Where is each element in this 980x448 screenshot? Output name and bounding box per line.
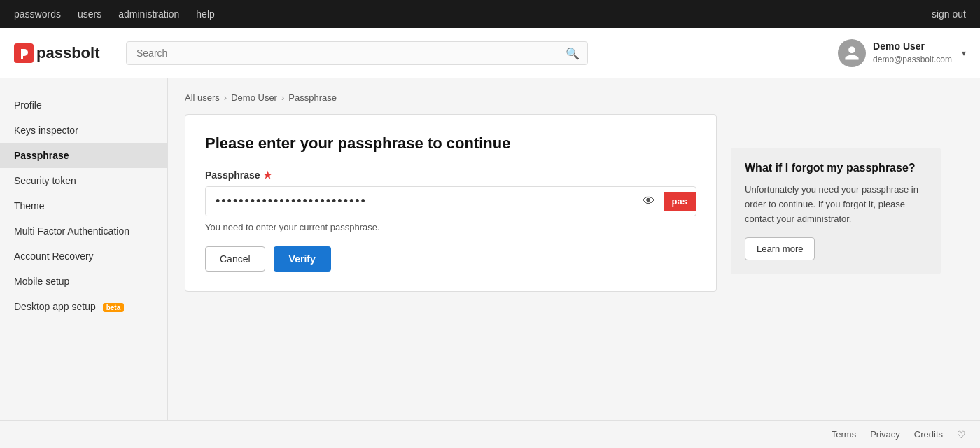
sidebar-item-passphrase[interactable]: Passphrase xyxy=(0,143,167,168)
nav-users[interactable]: users xyxy=(78,8,102,20)
main-layout: Profile Keys inspector Passphrase Securi… xyxy=(0,78,980,420)
passphrase-field-row: 👁 pas xyxy=(205,186,696,216)
breadcrumb-sep-1: › xyxy=(224,92,227,103)
logo-text: passbolt xyxy=(36,44,99,62)
sidebar-item-desktop-app-setup[interactable]: Desktop app setup beta xyxy=(0,294,167,319)
footer-privacy[interactable]: Privacy xyxy=(870,429,900,440)
eye-icon[interactable]: 👁 xyxy=(634,194,664,209)
learn-more-button[interactable]: Learn more xyxy=(745,237,815,260)
user-menu[interactable]: Demo User demo@passbolt.com ▾ xyxy=(838,39,966,67)
search-bar: 🔍 xyxy=(126,41,588,65)
search-icon: 🔍 xyxy=(566,46,580,59)
form-actions: Cancel Verify xyxy=(205,246,696,272)
info-side-panel: What if I forgot my passphrase? Unfortun… xyxy=(731,114,941,274)
info-title: What if I forgot my passphrase? xyxy=(745,162,927,174)
verify-button[interactable]: Verify xyxy=(274,246,331,272)
sidebar-item-security-token[interactable]: Security token xyxy=(0,168,167,193)
beta-badge: beta xyxy=(103,303,125,312)
breadcrumb-all-users[interactable]: All users xyxy=(185,92,220,103)
breadcrumb: All users › Demo User › Passphrase xyxy=(185,92,963,103)
card-title: Please enter your passphrase to continue xyxy=(205,134,696,153)
footer: Terms Privacy Credits ♡ xyxy=(0,420,980,448)
breadcrumb-passphrase: Passphrase xyxy=(288,92,337,103)
cancel-button[interactable]: Cancel xyxy=(205,246,265,272)
breadcrumb-demo-user[interactable]: Demo User xyxy=(231,92,277,103)
content-body: Please enter your passphrase to continue… xyxy=(185,114,963,292)
top-navigation: passwords users administration help sign… xyxy=(0,0,980,28)
content-area: All users › Demo User › Passphrase Pleas… xyxy=(168,78,980,420)
chevron-down-icon: ▾ xyxy=(962,48,966,58)
footer-credits[interactable]: Credits xyxy=(914,429,943,440)
sidebar-item-account-recovery[interactable]: Account Recovery xyxy=(0,244,167,269)
passbolt-logo-icon xyxy=(14,43,34,63)
passphrase-label: Passphrase ★ xyxy=(205,169,696,181)
passphrase-input[interactable] xyxy=(206,187,634,216)
nav-administration[interactable]: administration xyxy=(118,8,179,20)
sign-out-button[interactable]: sign out xyxy=(932,8,966,20)
complexity-badge: pas xyxy=(664,192,696,211)
sidebar-item-mobile-setup[interactable]: Mobile setup xyxy=(0,269,167,294)
passphrase-card: Please enter your passphrase to continue… xyxy=(185,114,717,292)
header: passbolt 🔍 Demo User demo@passbolt.com ▾ xyxy=(0,28,980,78)
user-info: Demo User demo@passbolt.com xyxy=(873,40,952,65)
required-star: ★ xyxy=(263,169,272,181)
nav-help[interactable]: help xyxy=(196,8,214,20)
search-input[interactable] xyxy=(126,41,588,65)
user-name: Demo User xyxy=(873,40,952,54)
breadcrumb-sep-2: › xyxy=(281,92,284,103)
sidebar-item-theme[interactable]: Theme xyxy=(0,193,167,218)
sidebar-item-mfa[interactable]: Multi Factor Authentication xyxy=(0,218,167,244)
sidebar-item-keys-inspector[interactable]: Keys inspector xyxy=(0,118,167,143)
sidebar-item-profile[interactable]: Profile xyxy=(0,92,167,118)
info-text: Unfortunately you need your passphrase i… xyxy=(745,183,927,226)
info-card: What if I forgot my passphrase? Unfortun… xyxy=(731,148,941,274)
avatar xyxy=(838,39,866,67)
nav-passwords[interactable]: passwords xyxy=(14,8,61,20)
logo: passbolt xyxy=(14,43,112,63)
sidebar: Profile Keys inspector Passphrase Securi… xyxy=(0,78,168,420)
heart-icon: ♡ xyxy=(957,429,966,440)
top-nav-links: passwords users administration help xyxy=(14,8,215,20)
footer-terms[interactable]: Terms xyxy=(832,429,856,440)
svg-rect-1 xyxy=(21,55,23,59)
user-email: demo@passbolt.com xyxy=(873,54,952,66)
passphrase-hint: You need to enter your current passphras… xyxy=(205,222,696,232)
